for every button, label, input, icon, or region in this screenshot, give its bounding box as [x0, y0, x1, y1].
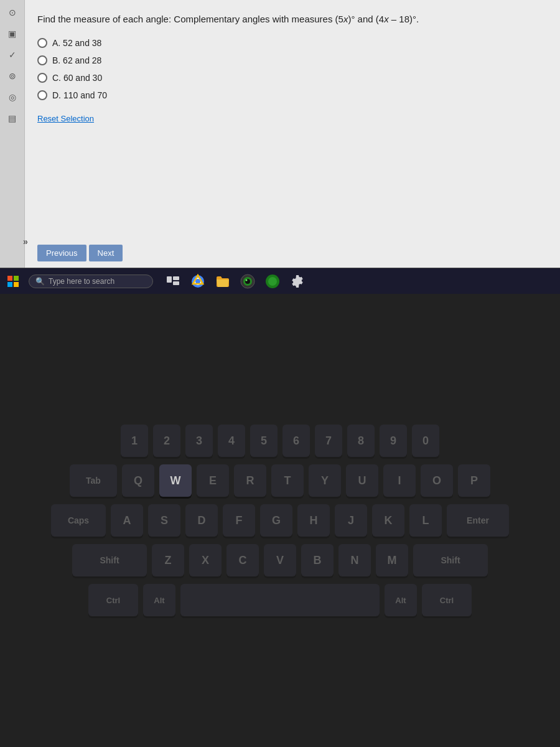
kb-key-k[interactable]: K: [372, 504, 404, 537]
kb-key-0[interactable]: 0: [412, 425, 439, 457]
kb-key-q[interactable]: Q: [122, 464, 154, 497]
kb-key-alt[interactable]: Alt: [143, 584, 175, 616]
radio-b[interactable]: [37, 55, 47, 65]
svg-rect-6: [173, 281, 179, 285]
kb-key-8[interactable]: 8: [347, 425, 375, 457]
kb-key-5[interactable]: 5: [250, 425, 278, 457]
kb-key-alt-right[interactable]: Alt: [385, 584, 417, 616]
sidebar-icon-search[interactable]: ⊚: [5, 68, 20, 83]
option-c[interactable]: C. 60 and 30: [37, 73, 541, 83]
option-a[interactable]: A. 52 and 38: [37, 38, 541, 48]
kb-key-h[interactable]: H: [297, 504, 330, 537]
kb-key-z[interactable]: Z: [152, 544, 184, 576]
kb-key-4[interactable]: 4: [218, 425, 245, 457]
kb-key-6[interactable]: 6: [282, 425, 310, 457]
taskview-icon[interactable]: [163, 271, 183, 291]
kb-key-n[interactable]: N: [338, 544, 371, 576]
navigation-buttons: Previous Next: [37, 245, 123, 261]
next-button[interactable]: Next: [89, 245, 123, 261]
search-placeholder-text: Type here to search: [49, 277, 114, 286]
svg-rect-5: [173, 276, 179, 280]
kb-key-y[interactable]: Y: [309, 464, 341, 497]
kb-key-7[interactable]: 7: [315, 425, 342, 457]
expand-sidebar-arrow[interactable]: »: [23, 237, 28, 247]
kb-key-x[interactable]: X: [189, 544, 222, 576]
previous-button[interactable]: Previous: [37, 245, 86, 261]
kb-key-f[interactable]: F: [223, 504, 255, 537]
files-icon[interactable]: [213, 271, 233, 291]
kb-key-t[interactable]: T: [271, 464, 304, 497]
svg-rect-2: [7, 282, 12, 287]
kb-key-u[interactable]: U: [346, 464, 378, 497]
kb-key-caps[interactable]: Caps: [51, 504, 106, 537]
question-text: Find the measure of each angle: Compleme…: [37, 12, 541, 26]
taskbar: 🔍 Type here to search: [0, 268, 560, 294]
taskbar-app-icons: [163, 271, 307, 291]
kb-row-zxcv: Shift Z X C V B N M Shift: [72, 544, 488, 576]
settings-icon[interactable]: [287, 271, 307, 291]
kb-row-numbers: 1 2 3 4 5 6 7 8 9 0: [121, 425, 439, 457]
app-icon-1[interactable]: [238, 271, 258, 291]
sidebar-icon-chat[interactable]: ◎: [5, 90, 20, 105]
kb-key-ctrl-right[interactable]: Ctrl: [422, 584, 472, 616]
keyboard-area: 1 2 3 4 5 6 7 8 9 0 Tab Q W E R T Y U I …: [0, 294, 560, 747]
start-button[interactable]: [0, 268, 26, 294]
search-icon: 🔍: [35, 277, 45, 286]
kb-row-qwerty: Tab Q W E R T Y U I O P: [70, 464, 490, 497]
kb-key-g[interactable]: G: [260, 504, 292, 537]
kb-key-d[interactable]: D: [185, 504, 218, 537]
svg-rect-3: [14, 282, 19, 287]
svg-rect-0: [7, 276, 12, 281]
kb-key-space[interactable]: [180, 584, 380, 616]
kb-row-space: Ctrl Alt Alt Ctrl: [88, 584, 472, 616]
kb-key-s[interactable]: S: [148, 504, 180, 537]
kb-key-o[interactable]: O: [421, 464, 453, 497]
option-b-label: B. 62 and 28: [52, 55, 101, 65]
options-list: A. 52 and 38 B. 62 and 28 C. 60 and 30 D…: [37, 38, 541, 100]
kb-key-m[interactable]: M: [376, 544, 408, 576]
kb-key-ctrl[interactable]: Ctrl: [88, 584, 138, 616]
svg-rect-4: [167, 276, 172, 283]
kb-key-j[interactable]: J: [335, 504, 367, 537]
browser-icon[interactable]: [188, 271, 208, 291]
kb-key-e[interactable]: E: [197, 464, 229, 497]
taskbar-search-box[interactable]: 🔍 Type here to search: [29, 275, 153, 288]
option-c-label: C. 60 and 30: [52, 73, 102, 83]
sidebar-icon-flag[interactable]: ▣: [5, 26, 20, 41]
app-icon-2[interactable]: [263, 271, 282, 291]
kb-key-shift-left[interactable]: Shift: [72, 544, 147, 576]
kb-key-shift-right[interactable]: Shift: [413, 544, 488, 576]
svg-rect-1: [14, 276, 19, 281]
kb-key-2[interactable]: 2: [153, 425, 180, 457]
sidebar-icon-home[interactable]: ⊙: [5, 5, 20, 20]
kb-key-a[interactable]: A: [111, 504, 143, 537]
kb-key-l[interactable]: L: [409, 504, 442, 537]
sidebar-icon-check[interactable]: ✓: [5, 47, 20, 62]
kb-key-b[interactable]: B: [301, 544, 334, 576]
kb-key-1[interactable]: 1: [121, 425, 148, 457]
reset-selection-link[interactable]: Reset Selection: [37, 114, 94, 123]
svg-point-15: [268, 277, 277, 286]
sidebar: ⊙ ▣ ✓ ⊚ ◎ ▤: [0, 0, 25, 274]
kb-key-p[interactable]: P: [458, 464, 490, 497]
svg-point-13: [246, 279, 248, 281]
kb-key-r[interactable]: R: [234, 464, 266, 497]
kb-row-asdf: Caps A S D F G H J K L Enter: [51, 504, 509, 537]
radio-c[interactable]: [37, 73, 47, 83]
option-d-label: D. 110 and 70: [52, 90, 107, 100]
option-b[interactable]: B. 62 and 28: [37, 55, 541, 65]
kb-key-i[interactable]: I: [383, 464, 416, 497]
kb-key-v[interactable]: V: [264, 544, 296, 576]
kb-key-3[interactable]: 3: [185, 425, 213, 457]
content-area: Find the measure of each angle: Compleme…: [25, 0, 560, 274]
kb-key-w[interactable]: W: [159, 464, 192, 497]
kb-key-c[interactable]: C: [226, 544, 259, 576]
kb-key-enter[interactable]: Enter: [447, 504, 509, 537]
kb-key-tab[interactable]: Tab: [70, 464, 117, 497]
option-d[interactable]: D. 110 and 70: [37, 90, 541, 100]
radio-a[interactable]: [37, 38, 47, 48]
radio-d[interactable]: [37, 90, 47, 100]
sidebar-icon-doc[interactable]: ▤: [5, 111, 20, 126]
kb-key-9[interactable]: 9: [380, 425, 407, 457]
app-window: ⊙ ▣ ✓ ⊚ ◎ ▤ Find the measure of each ang…: [0, 0, 560, 274]
